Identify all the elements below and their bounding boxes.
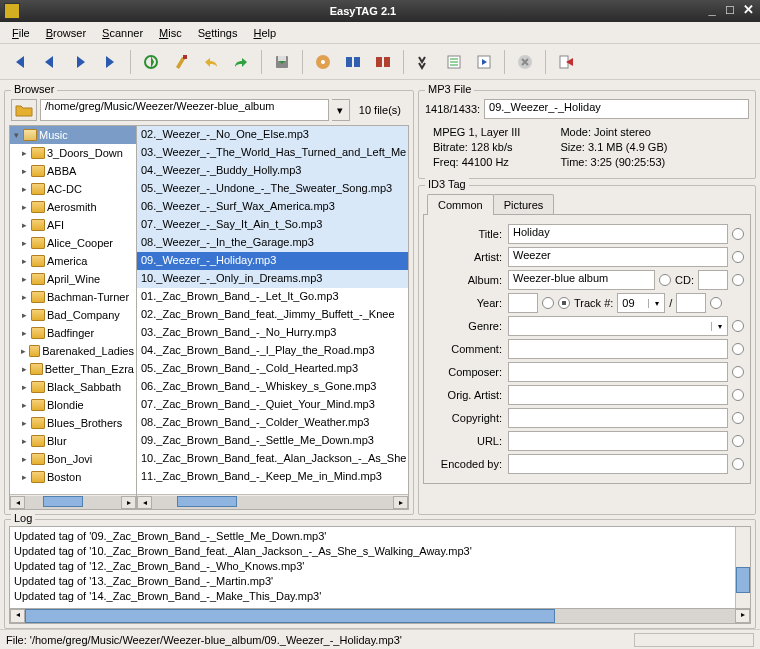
cd-input[interactable] bbox=[698, 270, 728, 290]
file-row[interactable]: 02._Weezer_-_No_One_Else.mp3 bbox=[137, 126, 408, 144]
encoded-input[interactable] bbox=[508, 454, 728, 474]
tree-item[interactable]: ▸AC-DC bbox=[10, 180, 136, 198]
maximize-button[interactable]: □ bbox=[722, 3, 738, 19]
scan-button[interactable] bbox=[137, 48, 165, 76]
log-hscrollbar[interactable]: ◂ ▸ bbox=[9, 609, 751, 624]
playlist-button[interactable] bbox=[440, 48, 468, 76]
log-view[interactable]: Updated tag of '09._Zac_Brown_Band_-_Set… bbox=[9, 526, 751, 609]
tree-item[interactable]: ▸Aerosmith bbox=[10, 198, 136, 216]
encoded-apply-toggle[interactable] bbox=[732, 458, 744, 470]
file-row[interactable]: 10._Zac_Brown_Band_feat._Alan_Jackson_-_… bbox=[137, 450, 408, 468]
file-row[interactable]: 06._Weezer_-_Surf_Wax_America.mp3 bbox=[137, 198, 408, 216]
artist-apply-toggle[interactable] bbox=[732, 251, 744, 263]
first-button[interactable] bbox=[6, 48, 34, 76]
tree-item[interactable]: ▸Boston bbox=[10, 468, 136, 486]
rename-dir-button[interactable] bbox=[369, 48, 397, 76]
redo-button[interactable] bbox=[227, 48, 255, 76]
genre-select[interactable]: ▾ bbox=[508, 316, 728, 336]
tree-item[interactable]: ▸Badfinger bbox=[10, 324, 136, 342]
file-row[interactable]: 02._Zac_Brown_Band_feat._Jimmy_Buffett_-… bbox=[137, 306, 408, 324]
track-apply-toggle[interactable] bbox=[558, 297, 570, 309]
artist-input[interactable]: Weezer bbox=[508, 247, 728, 267]
url-input[interactable] bbox=[508, 431, 728, 451]
tree-item[interactable]: ▸ABBA bbox=[10, 162, 136, 180]
album-input[interactable]: Weezer-blue album bbox=[508, 270, 655, 290]
log-vscrollbar[interactable] bbox=[735, 527, 750, 608]
tracktotal-apply-toggle[interactable] bbox=[710, 297, 722, 309]
year-input[interactable] bbox=[508, 293, 538, 313]
undo-button[interactable] bbox=[197, 48, 225, 76]
tree-item[interactable]: ▸Alice_Cooper bbox=[10, 234, 136, 252]
origartist-input[interactable] bbox=[508, 385, 728, 405]
tree-item[interactable]: ▸America bbox=[10, 252, 136, 270]
tree-item[interactable]: ▸Blondie bbox=[10, 396, 136, 414]
tree-item[interactable]: ▸April_Wine bbox=[10, 270, 136, 288]
tree-item[interactable]: ▸Bon_Jovi bbox=[10, 450, 136, 468]
tree-item[interactable]: ▸Bad_Company bbox=[10, 306, 136, 324]
last-button[interactable] bbox=[96, 48, 124, 76]
menu-scanner[interactable]: Scanner bbox=[94, 25, 151, 41]
tree-hscrollbar[interactable]: ◂▸ bbox=[10, 494, 136, 509]
tree-item[interactable]: ▸Barenaked_Ladies bbox=[10, 342, 136, 360]
tree-item[interactable]: ▸AFI bbox=[10, 216, 136, 234]
track-select[interactable]: 09▾ bbox=[617, 293, 665, 313]
close-button[interactable]: ✕ bbox=[740, 3, 756, 19]
next-button[interactable] bbox=[66, 48, 94, 76]
url-apply-toggle[interactable] bbox=[732, 435, 744, 447]
tree-item[interactable]: ▸Better_Than_Ezra bbox=[10, 360, 136, 378]
run-button[interactable] bbox=[470, 48, 498, 76]
menu-help[interactable]: Help bbox=[245, 25, 284, 41]
copyright-apply-toggle[interactable] bbox=[732, 412, 744, 424]
stop-button[interactable] bbox=[511, 48, 539, 76]
tree-item[interactable]: ▸Bachman-Turner bbox=[10, 288, 136, 306]
menu-misc[interactable]: Misc bbox=[151, 25, 190, 41]
file-row[interactable]: 07._Weezer_-_Say_It_Ain_t_So.mp3 bbox=[137, 216, 408, 234]
folder-tree[interactable]: ▾Music▸3_Doors_Down▸ABBA▸AC-DC▸Aerosmith… bbox=[9, 125, 137, 510]
clear-button[interactable] bbox=[167, 48, 195, 76]
composer-apply-toggle[interactable] bbox=[732, 366, 744, 378]
menu-settings[interactable]: Settings bbox=[190, 25, 246, 41]
tree-item[interactable]: ▸Black_Sabbath bbox=[10, 378, 136, 396]
menu-browser[interactable]: Browser bbox=[38, 25, 94, 41]
file-row[interactable]: 01._Zac_Brown_Band_-_Let_It_Go.mp3 bbox=[137, 288, 408, 306]
cd-apply-toggle[interactable] bbox=[732, 274, 744, 286]
comment-apply-toggle[interactable] bbox=[732, 343, 744, 355]
menu-file[interactable]: File bbox=[4, 25, 38, 41]
folder-open-button[interactable] bbox=[11, 99, 37, 121]
file-row[interactable]: 04._Weezer_-_Buddy_Holly.mp3 bbox=[137, 162, 408, 180]
comment-input[interactable] bbox=[508, 339, 728, 359]
tree-root[interactable]: ▾Music bbox=[10, 126, 136, 144]
list-hscrollbar[interactable]: ◂▸ bbox=[137, 494, 408, 509]
tree-item[interactable]: ▸Blur bbox=[10, 432, 136, 450]
file-row[interactable]: 05._Zac_Brown_Band_-_Cold_Hearted.mp3 bbox=[137, 360, 408, 378]
minimize-button[interactable]: _ bbox=[704, 3, 720, 19]
cddb-button[interactable] bbox=[309, 48, 337, 76]
title-input[interactable]: Holiday bbox=[508, 224, 728, 244]
mp3-filename-input[interactable]: 09._Weezer_-_Holiday bbox=[484, 99, 749, 119]
file-list[interactable]: 02._Weezer_-_No_One_Else.mp303._Weezer_-… bbox=[137, 125, 409, 510]
save-button[interactable] bbox=[268, 48, 296, 76]
file-row[interactable]: 09._Zac_Brown_Band_-_Settle_Me_Down.mp3 bbox=[137, 432, 408, 450]
prev-button[interactable] bbox=[36, 48, 64, 76]
file-row[interactable]: 06._Zac_Brown_Band_-_Whiskey_s_Gone.mp3 bbox=[137, 378, 408, 396]
tab-pictures[interactable]: Pictures bbox=[493, 194, 555, 215]
file-row[interactable]: 08._Zac_Brown_Band_-_Colder_Weather.mp3 bbox=[137, 414, 408, 432]
origartist-apply-toggle[interactable] bbox=[732, 389, 744, 401]
copyright-input[interactable] bbox=[508, 408, 728, 428]
path-dropdown-button[interactable]: ▾ bbox=[332, 99, 350, 121]
file-row[interactable]: 08._Weezer_-_In_the_Garage.mp3 bbox=[137, 234, 408, 252]
file-row[interactable]: 03._Zac_Brown_Band_-_No_Hurry.mp3 bbox=[137, 324, 408, 342]
genre-apply-toggle[interactable] bbox=[732, 320, 744, 332]
file-row[interactable]: 03._Weezer_-_The_World_Has_Turned_and_Le… bbox=[137, 144, 408, 162]
track-total-input[interactable] bbox=[676, 293, 706, 313]
title-apply-toggle[interactable] bbox=[732, 228, 744, 240]
album-apply-toggle[interactable] bbox=[659, 274, 671, 286]
rename-file-button[interactable] bbox=[339, 48, 367, 76]
tree-item[interactable]: ▸Blues_Brothers bbox=[10, 414, 136, 432]
file-row[interactable]: 10._Weezer_-_Only_in_Dreams.mp3 bbox=[137, 270, 408, 288]
file-row[interactable]: 09._Weezer_-_Holiday.mp3 bbox=[137, 252, 408, 270]
year-apply-toggle[interactable] bbox=[542, 297, 554, 309]
quit-button[interactable] bbox=[552, 48, 580, 76]
file-row[interactable]: 11._Zac_Brown_Band_-_Keep_Me_in_Mind.mp3 bbox=[137, 468, 408, 486]
file-row[interactable]: 05._Weezer_-_Undone_-_The_Sweater_Song.m… bbox=[137, 180, 408, 198]
